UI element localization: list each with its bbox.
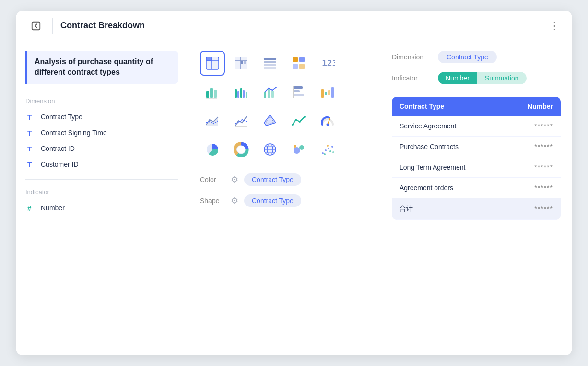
chart-type-waterfall[interactable]	[315, 80, 340, 104]
indicator-label-number: Number	[41, 204, 65, 212]
body: Analysis of purchase quantity of differe…	[16, 41, 572, 355]
chart-title: Analysis of purchase quantity of differe…	[25, 51, 178, 84]
t-icon: T	[27, 129, 36, 137]
indicator-tag-number[interactable]: Number	[438, 72, 477, 84]
main-card: Contract Breakdown ⋮ Analysis of purchas…	[16, 11, 572, 355]
svg-rect-21	[214, 90, 217, 98]
svg-rect-4	[206, 57, 212, 61]
chart-type-horizontal-bar[interactable]	[286, 80, 311, 104]
dimension-item-customer-id[interactable]: T Customer ID	[25, 157, 178, 172]
page-title: Contract Breakdown	[60, 21, 541, 31]
svg-point-65	[327, 145, 329, 147]
table-cell-type: 合计	[392, 198, 505, 220]
dimension-item-contract-id[interactable]: T Contract ID	[25, 141, 178, 157]
dimension-label-contract-signing-time: Contract Signing Time	[41, 129, 107, 137]
shape-config-tag[interactable]: Contract Type	[244, 194, 301, 207]
left-panel: Analysis of purchase quantity of differe…	[16, 41, 188, 355]
chart-type-bubble[interactable]	[286, 137, 311, 162]
svg-rect-12	[264, 64, 276, 66]
more-menu-button[interactable]: ⋮	[549, 20, 561, 32]
table-row: Service Agreement ******	[392, 116, 561, 137]
right-dimension-row: Dimension Contract Type	[392, 51, 561, 63]
svg-rect-13	[264, 67, 276, 69]
chart-type-table-selected[interactable]	[200, 51, 225, 76]
shape-config-row: Shape ⚙ Contract Type	[200, 194, 368, 207]
data-table: Contract Type Number Service Agreement *…	[392, 97, 561, 220]
t-icon: T	[27, 145, 36, 153]
indicator-tags: Number Summation	[438, 72, 527, 84]
chart-type-grouped-bar[interactable]	[229, 80, 254, 104]
dimension-label-contract-id: Contract ID	[41, 145, 75, 152]
svg-rect-24	[237, 91, 239, 98]
chart-type-radar[interactable]	[258, 108, 282, 133]
svg-point-63	[328, 148, 329, 149]
header-divider	[52, 18, 53, 34]
svg-rect-9	[244, 61, 246, 64]
svg-point-46	[299, 121, 301, 123]
indicator-tag-summation[interactable]: Summation	[477, 72, 527, 84]
t-icon: T	[27, 160, 36, 169]
chart-type-donut[interactable]	[229, 137, 254, 162]
svg-rect-22	[206, 98, 217, 99]
back-button[interactable]	[27, 17, 45, 34]
table-row: 合计 ******	[392, 198, 561, 220]
svg-point-61	[325, 149, 327, 151]
chart-type-line-bar[interactable]	[258, 80, 282, 104]
chart-type-list[interactable]	[258, 51, 282, 76]
chart-type-kpi-grid[interactable]	[286, 51, 311, 76]
svg-point-47	[304, 116, 306, 118]
chart-type-cross-table[interactable]	[229, 51, 254, 76]
svg-rect-36	[325, 92, 327, 95]
chart-type-scatter-plot[interactable]	[315, 137, 340, 162]
right-panel: Dimension Contract Type Indicator Number…	[380, 41, 572, 355]
chart-type-bar[interactable]	[200, 80, 225, 104]
table-cell-type: Long Term Agreement	[392, 157, 505, 178]
svg-point-62	[324, 153, 326, 155]
color-gear-icon[interactable]: ⚙	[231, 174, 238, 185]
chart-type-scatter[interactable]	[229, 108, 254, 133]
shape-gear-icon[interactable]: ⚙	[231, 195, 238, 206]
dimension-label-contract-type: Contract Type	[41, 113, 82, 121]
chart-type-globe[interactable]	[258, 137, 282, 162]
svg-text:123: 123	[322, 58, 335, 68]
color-config-row: Color ⚙ Contract Type	[200, 173, 368, 186]
chart-type-area[interactable]	[200, 108, 225, 133]
svg-rect-28	[264, 92, 266, 98]
svg-rect-33	[294, 94, 304, 96]
right-dimension-label: Dimension	[392, 53, 430, 61]
svg-point-64	[329, 150, 331, 152]
indicator-item-number[interactable]: # Number	[25, 200, 178, 216]
hash-icon: #	[27, 204, 36, 212]
table-cell-type: Service Agreement	[392, 116, 505, 137]
svg-rect-10	[264, 58, 276, 60]
svg-rect-8	[241, 61, 243, 64]
chart-type-number[interactable]: 123	[315, 51, 340, 76]
table-row: Long Term Agreement ******	[392, 157, 561, 178]
chart-type-pie[interactable]	[200, 137, 225, 162]
dimension-item-contract-type[interactable]: T Contract Type	[25, 109, 178, 125]
chart-type-gauge[interactable]	[315, 108, 340, 133]
table-cell-number: ******	[505, 198, 561, 220]
svg-rect-19	[206, 91, 209, 98]
svg-point-49	[327, 124, 329, 126]
table-header-contract-type: Contract Type	[392, 97, 505, 116]
svg-point-57	[294, 147, 300, 154]
dimension-item-contract-signing-time[interactable]: T Contract Signing Time	[25, 125, 178, 141]
chart-type-line[interactable]	[286, 108, 311, 133]
chart-icons-grid: 123	[200, 51, 368, 162]
svg-point-59	[294, 145, 296, 148]
right-dimension-tag[interactable]: Contract Type	[438, 51, 497, 63]
t-icon: T	[27, 113, 36, 121]
table-header-number: Number	[505, 97, 561, 116]
svg-rect-25	[240, 88, 242, 98]
dimension-label-customer-id: Customer ID	[41, 160, 79, 168]
right-indicator-row: Indicator Number Summation	[392, 72, 561, 84]
shape-config-label: Shape	[200, 197, 225, 205]
svg-rect-14	[293, 57, 298, 62]
svg-point-45	[295, 119, 297, 121]
color-config-tag[interactable]: Contract Type	[244, 173, 301, 186]
svg-rect-11	[264, 61, 276, 63]
svg-point-66	[331, 146, 333, 148]
svg-rect-16	[293, 64, 298, 69]
svg-point-44	[292, 124, 294, 126]
